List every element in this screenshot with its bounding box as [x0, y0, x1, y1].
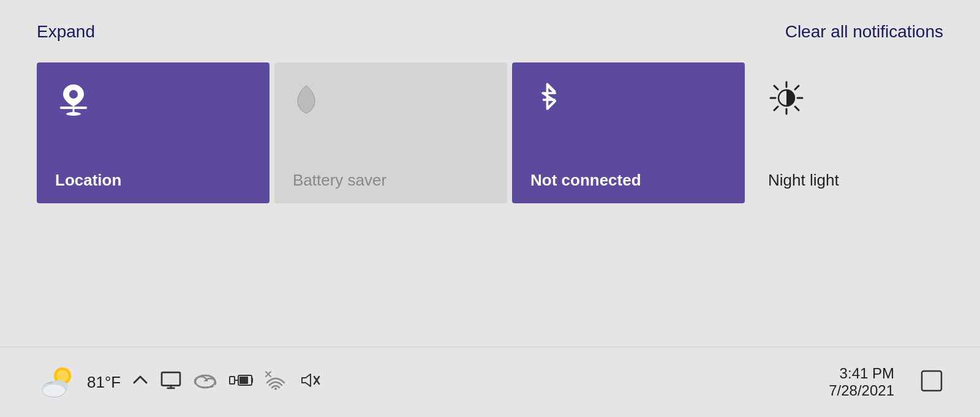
battery-charging-icon[interactable] — [228, 372, 253, 393]
svg-point-33 — [274, 388, 277, 390]
bluetooth-tile[interactable]: Not connected — [512, 62, 745, 203]
notification-center-button[interactable] — [920, 369, 943, 395]
battery-saver-icon — [293, 80, 320, 119]
night-light-icon — [768, 80, 805, 119]
network-icon[interactable] — [264, 370, 287, 394]
night-light-tile-label: Night light — [768, 171, 839, 190]
svg-marker-36 — [302, 374, 311, 386]
svg-rect-39 — [922, 371, 941, 391]
battery-saver-tile[interactable]: Battery saver — [274, 62, 507, 203]
svg-rect-28 — [230, 377, 235, 384]
quick-actions-row: Location Battery saver Not connected — [0, 62, 980, 203]
volume-muted-icon[interactable] — [298, 372, 320, 393]
onedrive-icon[interactable] — [193, 372, 217, 393]
svg-point-3 — [69, 90, 78, 99]
svg-rect-31 — [252, 378, 253, 383]
taskbar: 81°F — [0, 347, 980, 417]
night-light-tile[interactable]: Night light — [750, 62, 872, 203]
svg-line-11 — [795, 86, 799, 89]
location-tile[interactable]: Location — [37, 62, 270, 203]
display-settings-icon[interactable] — [160, 371, 182, 394]
svg-line-10 — [795, 107, 799, 110]
show-hidden-icons-button[interactable] — [132, 372, 149, 393]
location-icon — [55, 80, 92, 119]
svg-point-2 — [66, 112, 81, 116]
location-tile-label: Location — [55, 171, 121, 190]
clock-time: 3:41 PM — [829, 365, 894, 382]
bluetooth-tile-label: Not connected — [530, 171, 641, 190]
clear-all-notifications-button[interactable]: Clear all notifications — [785, 22, 943, 42]
weather-icon — [37, 363, 76, 402]
svg-line-12 — [774, 107, 778, 110]
temperature-display: 81°F — [87, 373, 121, 392]
svg-rect-20 — [162, 372, 180, 385]
svg-line-9 — [774, 86, 778, 89]
bluetooth-icon — [530, 80, 564, 121]
top-bar: Expand Clear all notifications — [0, 0, 980, 56]
svg-rect-32 — [239, 377, 248, 384]
clock-date: 7/28/2021 — [829, 382, 894, 399]
datetime-display[interactable]: 3:41 PM 7/28/2021 — [829, 365, 894, 399]
svg-point-19 — [43, 385, 65, 397]
battery-saver-tile-label: Battery saver — [293, 171, 386, 190]
svg-point-15 — [56, 370, 69, 382]
expand-button[interactable]: Expand — [37, 22, 95, 42]
